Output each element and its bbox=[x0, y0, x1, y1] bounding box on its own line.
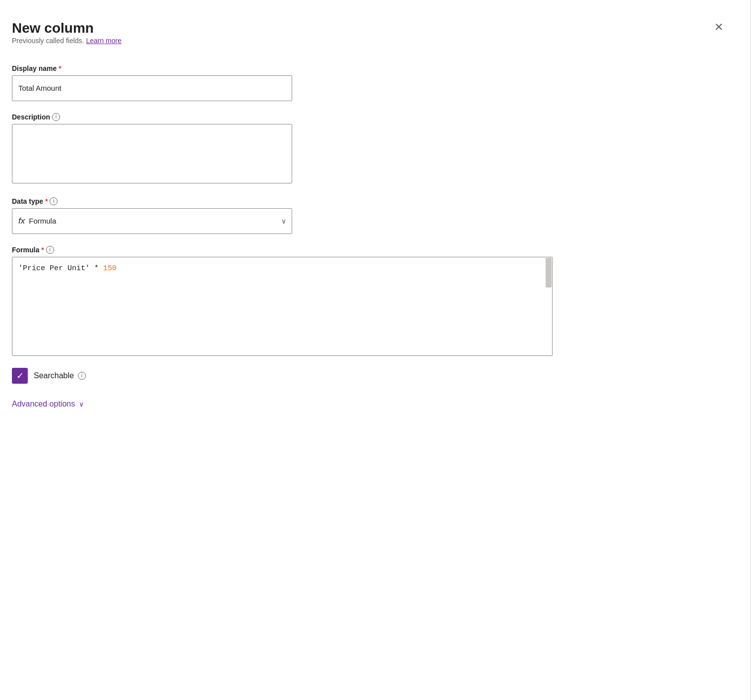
description-label: Description i bbox=[12, 113, 727, 121]
data-type-select-wrapper: fx Formula ∨ bbox=[12, 208, 292, 234]
advanced-options-label: Advanced options bbox=[12, 400, 75, 408]
formula-fx-icon: fx bbox=[18, 216, 25, 226]
display-name-input[interactable] bbox=[12, 75, 292, 101]
data-type-section: Data type * i fx Formula ∨ bbox=[12, 197, 727, 234]
description-section: Description i bbox=[12, 113, 727, 185]
searchable-row: ✓ Searchable i bbox=[12, 368, 727, 384]
searchable-checkbox[interactable]: ✓ bbox=[12, 368, 28, 384]
formula-input-wrapper: 'Price Per Unit' * 150 bbox=[12, 257, 553, 356]
display-name-section: Display name * bbox=[12, 64, 727, 101]
new-column-panel: New column Previously called fields. Lea… bbox=[0, 0, 751, 700]
check-icon: ✓ bbox=[16, 371, 24, 380]
searchable-label-area: Searchable i bbox=[34, 371, 86, 380]
advanced-options-chevron-icon: ∨ bbox=[79, 400, 84, 408]
subtitle-text: Previously called fields. bbox=[12, 37, 84, 45]
display-name-label: Display name * bbox=[12, 64, 727, 72]
description-info-icon[interactable]: i bbox=[52, 113, 60, 121]
searchable-info-icon[interactable]: i bbox=[78, 372, 86, 380]
formula-info-icon[interactable]: i bbox=[46, 246, 54, 254]
data-type-select[interactable]: fx Formula bbox=[12, 208, 292, 234]
display-name-required: * bbox=[59, 64, 61, 72]
advanced-options-row[interactable]: Advanced options ∨ bbox=[12, 400, 727, 408]
formula-section: Formula * i 'Price Per Unit' * 150 bbox=[12, 246, 727, 356]
formula-input[interactable]: 'Price Per Unit' * 150 bbox=[12, 257, 553, 356]
data-type-value: Formula bbox=[29, 217, 56, 225]
panel-subtitle: Previously called fields. Learn more bbox=[12, 37, 122, 45]
data-type-required: * bbox=[45, 197, 48, 205]
formula-required: * bbox=[41, 246, 44, 254]
panel-title: New column bbox=[12, 20, 122, 37]
data-type-label: Data type * i bbox=[12, 197, 727, 205]
formula-string-part: 'Price Per Unit' bbox=[18, 264, 90, 273]
formula-operator-part: * bbox=[90, 264, 103, 273]
close-button[interactable]: ✕ bbox=[710, 20, 727, 35]
formula-label: Formula * i bbox=[12, 246, 727, 254]
panel-header: New column Previously called fields. Lea… bbox=[12, 20, 727, 60]
searchable-text: Searchable bbox=[34, 371, 74, 380]
description-input[interactable] bbox=[12, 124, 292, 183]
data-type-info-icon[interactable]: i bbox=[50, 197, 58, 205]
learn-more-link[interactable]: Learn more bbox=[86, 37, 122, 45]
formula-scrollbar[interactable] bbox=[546, 258, 552, 288]
formula-number-part: 150 bbox=[103, 264, 117, 273]
panel-title-area: New column Previously called fields. Lea… bbox=[12, 20, 122, 60]
